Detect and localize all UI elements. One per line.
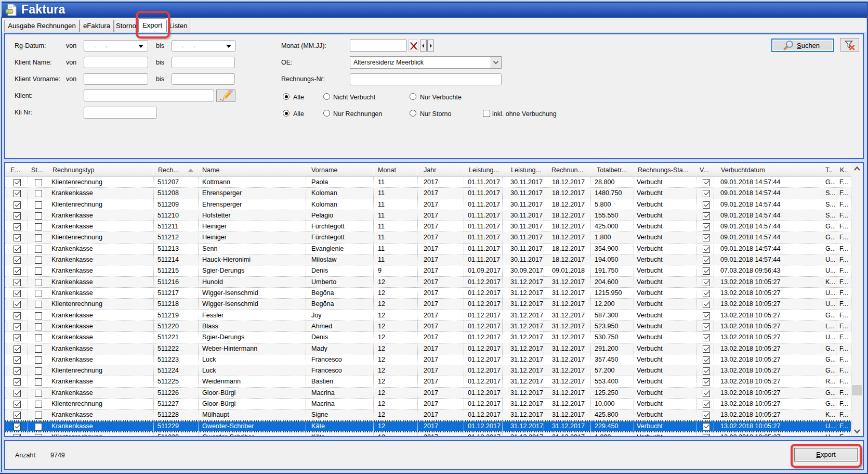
svg-text:PDF: PDF [7, 9, 14, 13]
